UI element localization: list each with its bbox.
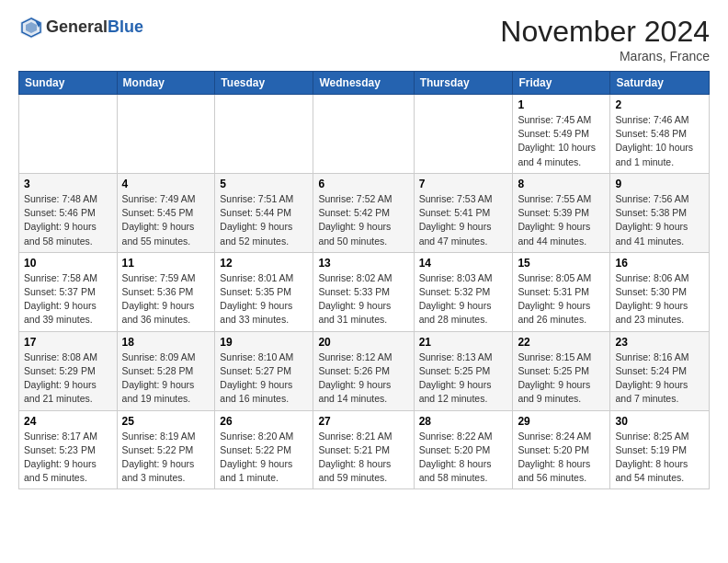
day-number: 8 [518, 178, 605, 190]
calendar-cell: 26Sunrise: 8:20 AMSunset: 5:22 PMDayligh… [215, 410, 313, 489]
day-number: 26 [220, 415, 308, 428]
logo-text: GeneralBlue [46, 18, 143, 37]
day-number: 23 [615, 336, 704, 349]
calendar-cell: 4Sunrise: 7:49 AMSunset: 5:45 PMDaylight… [117, 173, 215, 252]
day-info: Sunrise: 8:16 AMSunset: 5:24 PMDaylight:… [615, 350, 704, 407]
day-info: Sunrise: 8:01 AMSunset: 5:35 PMDaylight:… [220, 271, 308, 327]
day-number: 14 [419, 257, 508, 270]
week-row-4: 17Sunrise: 8:08 AMSunset: 5:29 PMDayligh… [19, 331, 710, 410]
day-info: Sunrise: 8:03 AMSunset: 5:32 PMDaylight:… [419, 271, 508, 327]
day-number: 25 [122, 415, 210, 428]
calendar-cell: 18Sunrise: 8:09 AMSunset: 5:28 PMDayligh… [117, 331, 215, 410]
calendar-cell: 6Sunrise: 7:52 AMSunset: 5:42 PMDaylight… [313, 173, 414, 252]
weekday-friday: Friday [513, 72, 610, 95]
calendar-cell: 3Sunrise: 7:48 AMSunset: 5:46 PMDaylight… [19, 173, 118, 252]
day-info: Sunrise: 7:48 AMSunset: 5:46 PMDaylight:… [24, 192, 112, 248]
day-info: Sunrise: 8:22 AMSunset: 5:20 PMDaylight:… [419, 430, 508, 486]
day-number: 17 [24, 336, 112, 349]
day-number: 27 [318, 415, 408, 428]
calendar-table: SundayMondayTuesdayWednesdayThursdayFrid… [18, 71, 710, 489]
day-number: 24 [24, 415, 112, 428]
calendar-cell: 25Sunrise: 8:19 AMSunset: 5:22 PMDayligh… [117, 410, 215, 489]
day-number: 9 [615, 178, 704, 190]
month-title: November 2024 [500, 15, 710, 49]
day-info: Sunrise: 7:46 AMSunset: 5:48 PMDaylight:… [615, 113, 704, 169]
weekday-tuesday: Tuesday [215, 72, 313, 95]
logo: GeneralBlue [18, 15, 143, 40]
day-number: 18 [122, 336, 210, 349]
day-number: 11 [122, 257, 210, 270]
week-row-1: 1Sunrise: 7:45 AMSunset: 5:49 PMDaylight… [19, 95, 710, 174]
day-info: Sunrise: 8:17 AMSunset: 5:23 PMDaylight:… [24, 430, 112, 486]
day-info: Sunrise: 8:06 AMSunset: 5:30 PMDaylight:… [615, 271, 704, 327]
day-number: 30 [615, 415, 704, 428]
calendar-cell [117, 95, 215, 174]
day-number: 13 [318, 257, 408, 270]
day-number: 22 [518, 336, 605, 349]
logo-icon [18, 15, 44, 40]
day-info: Sunrise: 7:49 AMSunset: 5:45 PMDaylight:… [122, 192, 210, 248]
calendar-cell [215, 95, 313, 174]
day-info: Sunrise: 8:15 AMSunset: 5:25 PMDaylight:… [518, 350, 605, 407]
day-number: 21 [419, 336, 508, 349]
day-number: 7 [419, 178, 508, 190]
day-info: Sunrise: 7:51 AMSunset: 5:44 PMDaylight:… [220, 192, 308, 248]
day-number: 6 [318, 178, 408, 190]
day-number: 20 [318, 336, 408, 349]
calendar-cell: 10Sunrise: 7:58 AMSunset: 5:37 PMDayligh… [19, 252, 118, 331]
calendar-cell [313, 95, 414, 174]
day-number: 1 [518, 98, 605, 111]
calendar-cell: 7Sunrise: 7:53 AMSunset: 5:41 PMDaylight… [414, 173, 513, 252]
calendar-cell [414, 95, 513, 174]
day-info: Sunrise: 8:21 AMSunset: 5:21 PMDaylight:… [318, 430, 408, 486]
day-info: Sunrise: 7:53 AMSunset: 5:41 PMDaylight:… [419, 192, 508, 248]
calendar-cell: 16Sunrise: 8:06 AMSunset: 5:30 PMDayligh… [610, 252, 710, 331]
calendar-cell: 29Sunrise: 8:24 AMSunset: 5:20 PMDayligh… [513, 410, 610, 489]
calendar-cell: 8Sunrise: 7:55 AMSunset: 5:39 PMDaylight… [513, 173, 610, 252]
logo-general: General [46, 17, 108, 36]
calendar-cell: 15Sunrise: 8:05 AMSunset: 5:31 PMDayligh… [513, 252, 610, 331]
calendar-cell: 14Sunrise: 8:03 AMSunset: 5:32 PMDayligh… [414, 252, 513, 331]
page: GeneralBlue November 2024 Marans, France… [0, 0, 728, 499]
calendar-cell: 23Sunrise: 8:16 AMSunset: 5:24 PMDayligh… [610, 331, 710, 410]
header: GeneralBlue November 2024 Marans, France [18, 15, 710, 63]
location: Marans, France [500, 49, 710, 63]
day-info: Sunrise: 8:25 AMSunset: 5:19 PMDaylight:… [615, 430, 704, 486]
calendar-cell: 21Sunrise: 8:13 AMSunset: 5:25 PMDayligh… [414, 331, 513, 410]
weekday-thursday: Thursday [414, 72, 513, 95]
calendar-cell: 24Sunrise: 8:17 AMSunset: 5:23 PMDayligh… [19, 410, 118, 489]
day-info: Sunrise: 7:58 AMSunset: 5:37 PMDaylight:… [24, 271, 112, 327]
calendar-cell: 17Sunrise: 8:08 AMSunset: 5:29 PMDayligh… [19, 331, 118, 410]
day-info: Sunrise: 8:02 AMSunset: 5:33 PMDaylight:… [318, 271, 408, 327]
calendar-cell: 22Sunrise: 8:15 AMSunset: 5:25 PMDayligh… [513, 331, 610, 410]
day-info: Sunrise: 7:55 AMSunset: 5:39 PMDaylight:… [518, 192, 605, 248]
day-info: Sunrise: 8:24 AMSunset: 5:20 PMDaylight:… [518, 430, 605, 486]
calendar-cell: 27Sunrise: 8:21 AMSunset: 5:21 PMDayligh… [313, 410, 414, 489]
calendar-cell: 30Sunrise: 8:25 AMSunset: 5:19 PMDayligh… [610, 410, 710, 489]
week-row-5: 24Sunrise: 8:17 AMSunset: 5:23 PMDayligh… [19, 410, 710, 489]
day-number: 3 [24, 178, 112, 190]
day-info: Sunrise: 8:19 AMSunset: 5:22 PMDaylight:… [122, 430, 210, 486]
day-info: Sunrise: 8:10 AMSunset: 5:27 PMDaylight:… [220, 350, 308, 407]
logo-blue: Blue [108, 17, 143, 36]
day-number: 2 [615, 98, 704, 111]
calendar-cell: 1Sunrise: 7:45 AMSunset: 5:49 PMDaylight… [513, 95, 610, 174]
calendar-cell: 28Sunrise: 8:22 AMSunset: 5:20 PMDayligh… [414, 410, 513, 489]
day-info: Sunrise: 8:08 AMSunset: 5:29 PMDaylight:… [24, 350, 112, 407]
calendar-cell: 12Sunrise: 8:01 AMSunset: 5:35 PMDayligh… [215, 252, 313, 331]
day-info: Sunrise: 8:05 AMSunset: 5:31 PMDaylight:… [518, 271, 605, 327]
calendar-cell: 19Sunrise: 8:10 AMSunset: 5:27 PMDayligh… [215, 331, 313, 410]
day-number: 15 [518, 257, 605, 270]
weekday-saturday: Saturday [610, 72, 710, 95]
week-row-3: 10Sunrise: 7:58 AMSunset: 5:37 PMDayligh… [19, 252, 710, 331]
day-number: 19 [220, 336, 308, 349]
day-info: Sunrise: 7:45 AMSunset: 5:49 PMDaylight:… [518, 113, 605, 169]
day-info: Sunrise: 7:56 AMSunset: 5:38 PMDaylight:… [615, 192, 704, 248]
day-number: 16 [615, 257, 704, 270]
day-info: Sunrise: 8:20 AMSunset: 5:22 PMDaylight:… [220, 430, 308, 486]
day-info: Sunrise: 8:09 AMSunset: 5:28 PMDaylight:… [122, 350, 210, 407]
calendar-cell: 11Sunrise: 7:59 AMSunset: 5:36 PMDayligh… [117, 252, 215, 331]
weekday-sunday: Sunday [19, 72, 118, 95]
calendar-cell [19, 95, 118, 174]
calendar-cell: 2Sunrise: 7:46 AMSunset: 5:48 PMDaylight… [610, 95, 710, 174]
